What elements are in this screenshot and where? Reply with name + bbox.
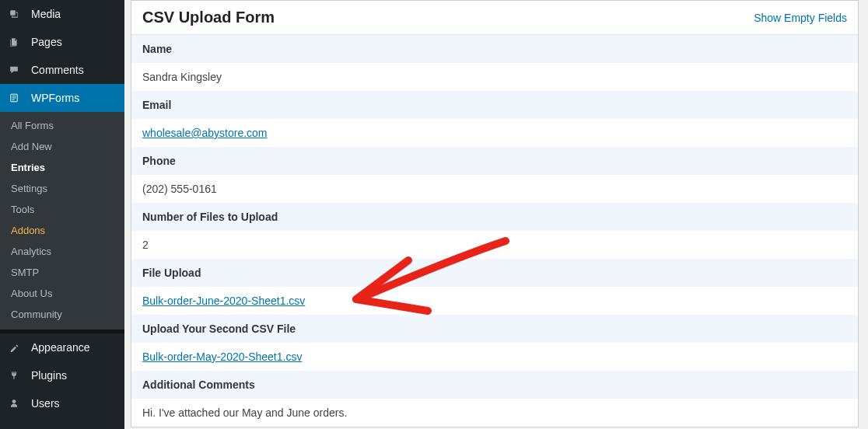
field-label: File Upload xyxy=(131,259,858,287)
appearance-icon xyxy=(9,340,25,355)
field-label: Upload Your Second CSV File xyxy=(131,315,858,343)
field-value-link[interactable]: wholesale@abystore.com xyxy=(142,127,268,139)
submenu-item-tools[interactable]: Tools xyxy=(0,199,124,220)
submenu-item-community[interactable]: Community xyxy=(0,304,124,325)
plugins-icon xyxy=(9,368,25,383)
sidebar-item-pages[interactable]: Pages xyxy=(0,28,124,56)
sidebar-item-media[interactable]: Media xyxy=(0,0,124,28)
sidebar-item-label: Comments xyxy=(31,64,84,76)
pages-icon xyxy=(9,34,25,50)
submenu-item-smtp[interactable]: SMTP xyxy=(0,262,124,283)
field-label: Email xyxy=(131,91,858,119)
main-content: CSV Upload Form Show Empty Fields NameSa… xyxy=(124,0,868,429)
sidebar-item-label: Pages xyxy=(31,36,62,48)
field-value: wholesale@abystore.com xyxy=(131,119,858,147)
field-value: 2 xyxy=(131,231,858,259)
sidebar-item-appearance[interactable]: Appearance xyxy=(0,333,124,361)
sidebar-item-users[interactable]: Users xyxy=(0,389,124,417)
submenu-item-about[interactable]: About Us xyxy=(0,283,124,304)
field-value: Bulk-order-June-2020-Sheet1.csv xyxy=(131,287,858,315)
submenu-item-all-forms[interactable]: All Forms xyxy=(0,115,124,136)
submenu-item-entries[interactable]: Entries xyxy=(0,157,124,178)
entry-panel: CSV Upload Form Show Empty Fields NameSa… xyxy=(131,0,859,427)
wpforms-icon xyxy=(9,90,25,106)
submenu-item-settings[interactable]: Settings xyxy=(0,178,124,199)
field-value-link[interactable]: Bulk-order-June-2020-Sheet1.csv xyxy=(142,295,305,307)
field-label: Additional Comments xyxy=(131,371,858,399)
sidebar-item-label: Plugins xyxy=(31,369,67,382)
field-value: Bulk-order-May-2020-Sheet1.csv xyxy=(131,343,858,371)
wpforms-submenu: All FormsAdd NewEntriesSettingsToolsAddo… xyxy=(0,112,124,330)
sidebar-item-plugins[interactable]: Plugins xyxy=(0,361,124,389)
field-value: Hi. I've attached our May and June order… xyxy=(131,399,858,427)
panel-header: CSV Upload Form Show Empty Fields xyxy=(131,1,858,35)
media-icon xyxy=(9,6,25,22)
field-value: Sandra Kingsley xyxy=(131,63,858,91)
sidebar-item-label: Users xyxy=(31,397,60,410)
field-label: Phone xyxy=(131,147,858,175)
panel-title: CSV Upload Form xyxy=(142,9,275,26)
show-empty-fields-link[interactable]: Show Empty Fields xyxy=(754,12,847,24)
field-label: Number of Files to Upload xyxy=(131,203,858,231)
field-label: Name xyxy=(131,35,858,63)
sidebar-item-comments[interactable]: Comments xyxy=(0,56,124,84)
sidebar-item-wpforms[interactable]: WPForms xyxy=(0,84,124,112)
admin-sidebar: MediaPagesCommentsWPForms All FormsAdd N… xyxy=(0,0,124,429)
field-value-link[interactable]: Bulk-order-May-2020-Sheet1.csv xyxy=(142,351,302,363)
submenu-item-addons[interactable]: Addons xyxy=(0,220,124,241)
submenu-item-analytics[interactable]: Analytics xyxy=(0,241,124,262)
sidebar-item-label: WPForms xyxy=(31,92,79,104)
comments-icon xyxy=(9,62,25,78)
users-icon xyxy=(9,396,25,411)
sidebar-item-label: Media xyxy=(31,8,61,20)
field-value: (202) 555-0161 xyxy=(131,175,858,203)
sidebar-item-label: Appearance xyxy=(31,341,90,354)
submenu-item-add-new[interactable]: Add New xyxy=(0,136,124,157)
